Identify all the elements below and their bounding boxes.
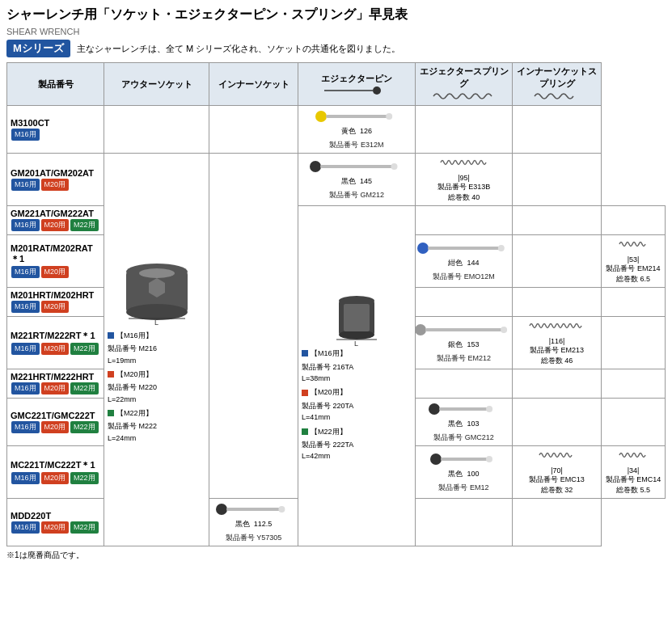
badge-m16: M16用 bbox=[11, 301, 40, 313]
svg-rect-28 bbox=[439, 407, 489, 411]
badge-m22: M22用 bbox=[70, 421, 99, 433]
ejector-pin-header-icon bbox=[324, 85, 389, 96]
inner-spring-cell bbox=[513, 106, 602, 154]
ejector-pin-cell bbox=[416, 206, 513, 235]
inner-socket-image: L bbox=[332, 289, 381, 346]
ejector-spring-cell bbox=[513, 399, 602, 446]
svg-point-7 bbox=[126, 304, 188, 320]
page-title: シャーレンチ用「ソケット・エジェクターピン・スプリング」早見表 bbox=[6, 6, 666, 23]
ejector-spring-cell bbox=[416, 499, 513, 546]
inner-spring-cell bbox=[513, 154, 602, 206]
model-name: M221RT/M222RT＊1 bbox=[11, 330, 100, 342]
outer-socket-image: L bbox=[120, 255, 193, 328]
svg-rect-3 bbox=[326, 115, 389, 118]
svg-point-23 bbox=[498, 245, 505, 251]
svg-rect-31 bbox=[441, 458, 489, 461]
inner-spring-cell bbox=[602, 288, 666, 317]
badge-m20: M20用 bbox=[41, 521, 70, 534]
table-row: GM201AT/GM202ATM16用M20用 L 【M16用】 製品番号 bbox=[7, 154, 666, 206]
col-header-ejector-pin: エジェクターピン bbox=[298, 63, 416, 106]
badge-m20: M20用 bbox=[41, 472, 70, 484]
ejector-spring-cell bbox=[513, 206, 602, 235]
product-cell: M221HRT/M222HRTM16用M20用M22用 bbox=[7, 369, 104, 399]
col-header-product: 製品番号 bbox=[7, 63, 104, 106]
badge-m16: M16用 bbox=[11, 521, 40, 534]
badge-m22: M22用 bbox=[70, 343, 99, 355]
series-description: 主なシャーレンチは、全て M シリーズ化され、ソケットの共通化を図りました。 bbox=[77, 43, 400, 55]
ejector-spring-cell: |70| 製品番号 EMC13 総巻数 32 bbox=[513, 446, 602, 499]
badge-m16: M16用 bbox=[11, 421, 40, 433]
product-cell: M221RT/M222RT＊1M16用M20用M22用 bbox=[7, 317, 104, 369]
ejector-spring-cell: |95| 製品番号 E313B 総巻数 40 bbox=[416, 154, 513, 206]
ejector-pin-cell bbox=[416, 288, 513, 317]
svg-rect-25 bbox=[425, 328, 504, 331]
badge-m16: M16用 bbox=[11, 472, 40, 484]
inner-socket-legend: 【M16用】 製品番号 216TA L=38mm 【M20用】 製品番号 220… bbox=[302, 348, 412, 462]
inner-spring-cell bbox=[602, 369, 666, 399]
inner-spring-cell: |34| 製品番号 EMC14 総巻数 5.5 bbox=[602, 446, 666, 499]
inner-socket-image-cell: L 【M16用】 製品番号 216TA L=38mm 【M20用】 製品番号 2… bbox=[298, 206, 416, 546]
svg-point-24 bbox=[415, 324, 426, 335]
ejector-pin-cell: 黒色 112.5 製品番号 Y57305 bbox=[209, 499, 298, 546]
svg-point-27 bbox=[429, 403, 440, 415]
badge-m20: M20用 bbox=[41, 382, 70, 394]
svg-point-29 bbox=[487, 406, 493, 412]
inner-spring-cell bbox=[602, 317, 666, 369]
col-header-inner: インナーソケット bbox=[209, 63, 298, 106]
product-cell: GM201AT/GM202ATM16用M20用 bbox=[7, 154, 104, 206]
model-name: GMC221T/GMC222T bbox=[11, 411, 100, 420]
svg-point-26 bbox=[501, 327, 507, 333]
svg-point-33 bbox=[216, 504, 227, 515]
svg-point-14 bbox=[391, 163, 398, 170]
badge-m16: M16用 bbox=[11, 266, 40, 278]
badge-m22: M22用 bbox=[70, 382, 99, 394]
outer-socket-image-cell: L 【M16用】 製品番号 M216 L=19mm 【M20用】 製品番号 M2… bbox=[104, 154, 209, 546]
product-cell: M201HRT/M202HRTM16用M20用 bbox=[7, 288, 104, 317]
inner-spring-cell bbox=[602, 206, 666, 235]
col-header-inner-spring: インナーソケットスプリング bbox=[513, 63, 602, 106]
product-cell: GM221AT/GM222ATM16用M20用M22用 bbox=[7, 206, 104, 235]
inner-spring-header-icon bbox=[533, 90, 581, 103]
badge-m20: M20用 bbox=[41, 266, 70, 278]
badge-m20: M20用 bbox=[41, 421, 70, 433]
ejector-pin-cell: 黒色 145 製品番号 GM212 bbox=[298, 154, 416, 206]
inner-spring-cell bbox=[602, 399, 666, 446]
product-cell: MDD220TM16用M20用M22用 bbox=[7, 499, 104, 546]
badge-m20: M20用 bbox=[41, 343, 70, 355]
badge-m16: M16用 bbox=[11, 219, 40, 231]
badge-m20: M20用 bbox=[41, 219, 70, 231]
ejector-pin-cell: 黒色 100 製品番号 EM12 bbox=[416, 446, 513, 499]
badge-m20: M20用 bbox=[41, 179, 70, 191]
svg-rect-18 bbox=[344, 304, 370, 331]
svg-point-2 bbox=[315, 111, 327, 122]
series-badge: Mシリーズ bbox=[6, 40, 70, 57]
product-cell: M3100CTM16用 bbox=[7, 106, 104, 154]
ejector-pin-cell: 銀色 153 製品番号 EM212 bbox=[416, 317, 513, 369]
footnote: ※1は廃番商品です。 bbox=[6, 550, 666, 561]
badge-m22: M22用 bbox=[70, 472, 99, 484]
product-cell: MC221T/MC222T＊1M16用M20用M22用 bbox=[7, 446, 104, 499]
ejector-pin-cell: 黄色 126 製品番号 E312M bbox=[298, 106, 416, 154]
inner-spring-cell bbox=[513, 499, 602, 546]
ejector-spring-cell bbox=[513, 369, 602, 399]
model-name: M221HRT/M222HRT bbox=[11, 372, 100, 382]
table-row: M3100CTM16用 黄色 126 製品番号 E312M bbox=[7, 106, 666, 154]
badge-m16: M16用 bbox=[11, 382, 40, 394]
svg-point-8 bbox=[139, 268, 175, 278]
model-name: M201RAT/M202RAT＊1 bbox=[11, 243, 100, 265]
model-name: MC221T/MC222T＊1 bbox=[11, 459, 100, 471]
ejector-spring-header-icon bbox=[432, 90, 497, 103]
ejector-pin-cell: 紺色 144 製品番号 EMO12M bbox=[416, 235, 513, 288]
svg-point-35 bbox=[279, 506, 285, 513]
product-cell: M201RAT/M202RAT＊1M16用M20用 bbox=[7, 235, 104, 288]
outer-socket-legend: 【M16用】 製品番号 M216 L=19mm 【M20用】 製品番号 M220… bbox=[108, 330, 205, 445]
badge-m16: M16用 bbox=[11, 129, 40, 141]
badge-m20: M20用 bbox=[41, 301, 70, 313]
model-name: GM221AT/GM222AT bbox=[11, 209, 100, 218]
ejector-pin-cell bbox=[416, 369, 513, 399]
svg-rect-34 bbox=[226, 508, 281, 511]
model-name: M201HRT/M202HRT bbox=[11, 290, 100, 300]
svg-text:L: L bbox=[154, 318, 158, 327]
ejector-spring-cell bbox=[513, 288, 602, 317]
ejector-spring-cell bbox=[416, 106, 513, 154]
